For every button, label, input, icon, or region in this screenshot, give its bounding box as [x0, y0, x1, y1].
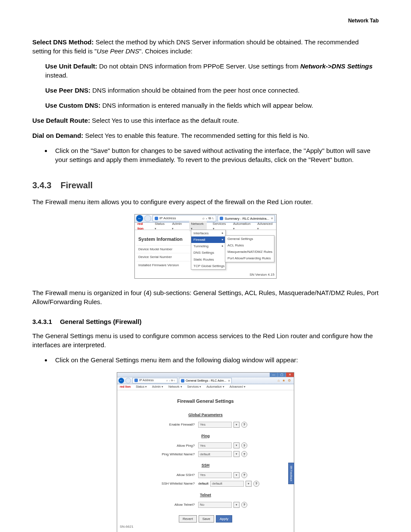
- lead: Use Unit Default:: [45, 62, 99, 70]
- maximize-icon[interactable]: ▢: [277, 373, 286, 377]
- help-icon[interactable]: ?: [241, 422, 247, 428]
- bullet-general-settings: Click on the General Settings menu item …: [52, 355, 379, 364]
- apply-button[interactable]: Apply: [216, 515, 232, 523]
- row-ssh-whitelist: SSH Whitelist Name? default default ▾ ?: [117, 479, 294, 488]
- field-label: Allow Ping?: [117, 443, 196, 448]
- favicon-icon: [134, 379, 138, 382]
- para-general-settings-intro: The General Settings menu is used to con…: [32, 331, 379, 349]
- tab-title: General Settings - RLC Adm...: [186, 379, 226, 383]
- feedback-tab[interactable]: SN Feedback: [288, 463, 294, 484]
- chevron-down-icon[interactable]: ▾: [234, 502, 240, 508]
- minimize-icon[interactable]: —: [270, 373, 277, 377]
- field-select[interactable]: No: [198, 502, 232, 508]
- window-buttons: — ▢ ✕: [270, 373, 294, 377]
- browser-tab[interactable]: Summary - RLC Administra...: [218, 215, 275, 221]
- address-text: IP Address: [159, 216, 176, 221]
- para-firewall-sections: The Firewall menu is organized in four (…: [32, 288, 379, 306]
- back-icon[interactable]: ←: [136, 215, 143, 222]
- chevron-down-icon[interactable]: ▾: [246, 481, 252, 487]
- forward-icon[interactable]: [144, 215, 151, 222]
- model-label: SN-6621: [120, 524, 134, 529]
- submenu-acl-rules[interactable]: ACL Rules: [225, 242, 274, 249]
- row-ping-whitelist: Ping Whitelist Name? default ▾ ?: [117, 450, 294, 458]
- menu-admin[interactable]: Admin: [152, 385, 163, 389]
- lead: Select DNS Method:: [32, 38, 96, 46]
- row-enable-firewall: Enable Firewall? Yes ▾ ?: [117, 420, 294, 429]
- browser-tab[interactable]: General Settings - RLC Adm...: [179, 378, 232, 383]
- field-select[interactable]: default: [198, 451, 232, 457]
- firmware-version: SN Version 4.15: [249, 272, 274, 277]
- help-icon[interactable]: ?: [241, 502, 247, 508]
- screenshot-firewall-menu: ← IP Address ⌕ ▾ ⧉ ↻ Summary - RLC Admin…: [134, 214, 277, 279]
- menu-network[interactable]: Network: [168, 385, 182, 389]
- help-icon[interactable]: ?: [241, 451, 247, 457]
- addr-controls: ⌕ ▾ ⧉ ↻: [202, 216, 215, 221]
- menu-status[interactable]: Status: [136, 385, 147, 389]
- field-select[interactable]: Yes: [198, 472, 232, 478]
- section-ping: Ping: [117, 433, 294, 439]
- submenu-tunneling[interactable]: Tunneling▸: [191, 243, 225, 249]
- page-title: Firewall General Settings: [117, 398, 294, 404]
- body: DNS information should be obtained from …: [92, 87, 299, 94]
- bullet-list-1: Click on the "Save" button for changes t…: [32, 146, 379, 164]
- address-bar[interactable]: IP Address ⌕ ▾ ⧉ ↻: [153, 215, 216, 221]
- submenu-dns[interactable]: DNS Settings: [191, 249, 225, 256]
- field-select[interactable]: Yes: [198, 422, 232, 428]
- section-ssh: SSH: [117, 463, 294, 468]
- bi: Network->DNS Settings: [300, 62, 373, 70]
- logo: red lion: [120, 385, 131, 389]
- menu-services[interactable]: Services: [187, 385, 202, 389]
- revert-button[interactable]: Revert: [179, 515, 197, 523]
- menu-advanced[interactable]: Advanced: [230, 385, 246, 389]
- submenu-interfaces[interactable]: Interfaces▸: [191, 230, 225, 236]
- star-icon[interactable]: ★: [282, 378, 285, 383]
- opt-unit-default: Use Unit Default: Do not obtain DNS info…: [45, 62, 379, 80]
- menu-automation[interactable]: Automation: [206, 385, 224, 389]
- menu-status[interactable]: Status: [155, 221, 166, 231]
- help-icon[interactable]: ?: [241, 472, 247, 478]
- forward-icon[interactable]: [125, 378, 131, 383]
- body: Select Yes to use this interface as the …: [92, 117, 239, 124]
- chevron-down-icon[interactable]: ▾: [234, 422, 240, 428]
- submenu-general-settings[interactable]: General Settings: [225, 236, 274, 242]
- chevron-down-icon[interactable]: ▾: [234, 451, 240, 457]
- field-select[interactable]: default: [210, 481, 244, 487]
- address-bar[interactable]: IP Address ⌕ ▾ ⧉ ↻: [132, 378, 177, 383]
- body: Do not obtain DNS information from PPPoE…: [99, 62, 300, 70]
- help-icon[interactable]: ?: [253, 481, 259, 487]
- opt-custom-dns: Use Custom DNS: DNS information is enter…: [45, 101, 379, 110]
- row-allow-ping: Allow Ping? Yes ▾ ?: [117, 441, 294, 450]
- back-icon[interactable]: ←: [118, 378, 124, 383]
- screenshot-firewall-general-settings: — ▢ ✕ ← IP Address ⌕ ▾ ⧉ ↻ General Setti…: [117, 372, 294, 532]
- para-firewall-intro: The Firewall menu item allows you to con…: [32, 197, 379, 206]
- submenu-tcp-global[interactable]: TCP Global Settings: [191, 263, 225, 269]
- close-icon[interactable]: ✕: [286, 373, 294, 377]
- gear-icon[interactable]: ⚙: [288, 378, 291, 383]
- button-row: Revert Save Apply: [117, 515, 294, 523]
- field-label: Ping Whitelist Name?: [117, 452, 196, 457]
- menu-advanced[interactable]: Advanced: [257, 221, 274, 231]
- section-telnet: Telnet: [117, 492, 294, 498]
- italic: Use Peer DNS: [97, 47, 139, 55]
- chevron-down-icon[interactable]: ▾: [234, 442, 240, 448]
- tail: instead.: [45, 72, 68, 79]
- submenu-static-routes[interactable]: Static Routes: [191, 256, 225, 263]
- field-label: Allow Telnet?: [117, 502, 196, 507]
- menu-admin[interactable]: Admin: [172, 221, 183, 231]
- save-button[interactable]: Save: [199, 515, 214, 523]
- home-icon[interactable]: ⌂: [277, 378, 280, 383]
- para-default-route: Use Default Route: Select Yes to use thi…: [32, 116, 379, 125]
- menu-automation[interactable]: Automation: [233, 221, 251, 231]
- help-icon[interactable]: ?: [241, 442, 247, 448]
- field-select[interactable]: Yes: [198, 442, 232, 448]
- field-select[interactable]: default: [198, 481, 209, 486]
- tab-title: Summary - RLC Administra...: [224, 216, 269, 221]
- window-titlebar: — ▢ ✕: [117, 373, 294, 377]
- submenu-masquerade[interactable]: Masquerade/NAT/DMZ Rules: [225, 249, 274, 255]
- section-global: Global Parameters: [117, 412, 294, 418]
- chevron-down-icon[interactable]: ▾: [234, 472, 240, 478]
- submenu-firewall[interactable]: Firewall▸: [191, 236, 225, 243]
- submenu-port-forwarding[interactable]: Port Allow/Forwarding Rules: [225, 255, 274, 261]
- page-header-right: Network Tab: [32, 17, 379, 25]
- para-dns-method: Select DNS Method: Select the method by …: [32, 37, 379, 56]
